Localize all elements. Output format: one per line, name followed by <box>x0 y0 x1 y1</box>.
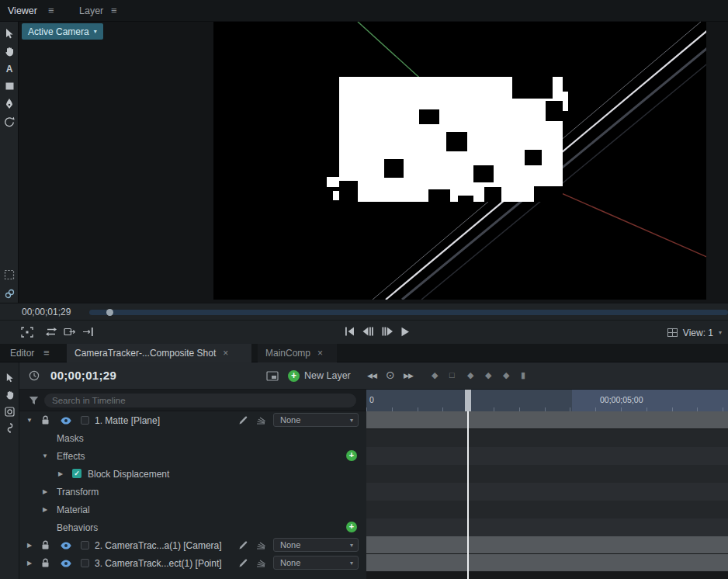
lock-icon[interactable] <box>41 540 50 550</box>
pencil-edit-icon[interactable] <box>238 558 248 568</box>
group-row-material[interactable]: ▶ Material <box>19 501 366 518</box>
viewer-scrubber[interactable] <box>89 310 728 315</box>
layer-menu-icon[interactable]: ≡ <box>111 0 117 22</box>
layer-row-camera[interactable]: ▶ 2. CameraTrac...a(1) [Camera] None ▾ <box>19 536 366 554</box>
group-label[interactable]: Material <box>57 504 90 515</box>
expand-toggle-icon[interactable]: ▼ <box>41 452 49 459</box>
view-layout-select[interactable]: View: 1 ▾ <box>667 321 722 345</box>
group-row-behaviors[interactable]: Behaviors + <box>19 518 366 536</box>
eye-visibility-icon[interactable] <box>60 560 72 567</box>
next-frame-button[interactable] <box>382 327 394 336</box>
blend-mode-select[interactable]: None ▾ <box>273 556 359 570</box>
add-effect-button[interactable]: + <box>346 450 357 461</box>
effect-enabled-checkbox[interactable]: ✓ <box>72 469 81 478</box>
timeline-clip-camera[interactable] <box>366 536 728 553</box>
fit-to-view-icon[interactable] <box>21 327 33 338</box>
keyframe-tool-icon[interactable]: ◆ <box>485 370 491 380</box>
group-row-effects[interactable]: ▼ Effects + <box>19 447 366 465</box>
next-keyframe-button[interactable]: ▶▶ <box>404 372 413 380</box>
tab-layer[interactable]: Layer <box>79 0 103 22</box>
layer-label[interactable]: 1. Matte [Plane] <box>95 415 160 426</box>
motion-blur-icon[interactable] <box>256 541 266 550</box>
search-input[interactable] <box>44 394 356 407</box>
motion-blur-icon[interactable] <box>256 416 266 425</box>
pen-tool-icon[interactable] <box>0 95 19 113</box>
previous-keyframe-button[interactable]: ◀◀ <box>367 372 376 380</box>
keyframe-tool-icon[interactable]: ◆ <box>503 370 509 380</box>
layer-row-point[interactable]: ▶ 3. CameraTrack...ect(1) [Point] None ▾ <box>19 554 366 572</box>
expand-toggle-icon[interactable]: ▶ <box>41 488 49 495</box>
lock-icon[interactable] <box>41 415 50 425</box>
keyframe-tool-icon[interactable]: ◆ <box>432 370 438 380</box>
group-label[interactable]: Behaviors <box>57 522 98 533</box>
layer-solo-checkbox[interactable] <box>81 559 89 567</box>
close-icon[interactable]: × <box>223 348 228 359</box>
select-tool-icon[interactable] <box>0 369 19 386</box>
group-label[interactable]: Effects <box>57 451 85 462</box>
editor-timecode-field[interactable]: 00;00;01;29 <box>50 369 116 382</box>
playhead-handle[interactable] <box>465 390 471 411</box>
export-frame-icon[interactable] <box>64 327 76 337</box>
keyframe-tool-icon[interactable]: ◆ <box>467 370 473 380</box>
expand-toggle-icon[interactable]: ▶ <box>26 542 33 549</box>
pencil-edit-icon[interactable] <box>238 415 248 425</box>
group-row-masks[interactable]: Masks <box>19 429 366 447</box>
pencil-edit-icon[interactable] <box>238 540 248 550</box>
editor-menu-icon[interactable]: ≡ <box>43 342 50 364</box>
select-tool-icon[interactable] <box>0 25 19 42</box>
push-to-export-icon[interactable] <box>82 327 94 337</box>
tab-viewer[interactable]: Viewer <box>8 0 37 22</box>
tab-maincomp[interactable]: MainComp × <box>258 344 337 362</box>
timeline-clip-matte[interactable] <box>366 411 728 428</box>
expand-toggle-icon[interactable]: ▼ <box>26 417 33 424</box>
layer-row-matte[interactable]: ▼ 1. Matte [Plane] None ▾ <box>19 411 366 429</box>
layer-label[interactable]: 2. CameraTrac...a(1) [Camera] <box>95 540 222 551</box>
expand-toggle-icon[interactable]: ▶ <box>41 506 49 513</box>
eye-visibility-icon[interactable] <box>60 417 72 425</box>
add-behavior-button[interactable]: + <box>346 522 357 532</box>
parent-hook-icon[interactable] <box>0 420 19 437</box>
go-to-start-button[interactable] <box>345 327 355 336</box>
group-label[interactable]: Transform <box>57 487 99 498</box>
playhead-line[interactable] <box>467 390 469 579</box>
text-tool-icon[interactable]: A <box>0 61 19 78</box>
filter-funnel-icon[interactable] <box>29 396 39 405</box>
chain-link-icon[interactable] <box>0 285 19 302</box>
mask-tool-icon[interactable] <box>0 403 19 420</box>
add-keyframe-button[interactable]: ⊙ <box>386 369 395 381</box>
viewer-scrubber-handle[interactable] <box>106 309 113 316</box>
expand-toggle-icon[interactable]: ▶ <box>26 560 33 567</box>
effect-label[interactable]: Block Displacement <box>88 469 169 480</box>
eye-visibility-icon[interactable] <box>60 542 72 550</box>
group-row-transform[interactable]: ▶ Transform <box>19 483 366 501</box>
hand-tool-icon[interactable] <box>0 43 19 60</box>
layer-solo-checkbox[interactable] <box>81 416 89 425</box>
loop-playback-icon[interactable] <box>45 327 57 337</box>
keyframe-tool-icon[interactable]: ▮ <box>521 370 525 380</box>
play-button[interactable] <box>400 327 410 337</box>
tab-composite-shot[interactable]: CameraTracker-...Composite Shot × <box>67 344 251 362</box>
new-layer-plus-icon[interactable]: + <box>288 370 300 382</box>
viewer-menu-icon[interactable]: ≡ <box>48 0 54 22</box>
layer-solo-checkbox[interactable] <box>81 541 89 550</box>
layer-label[interactable]: 3. CameraTrack...ect(1) [Point] <box>95 558 222 569</box>
blend-mode-select[interactable]: None ▾ <box>273 538 359 552</box>
lock-icon[interactable] <box>41 558 50 568</box>
motion-blur-icon[interactable] <box>256 559 266 568</box>
keyframe-tool-icon[interactable]: □ <box>449 370 455 380</box>
previous-frame-button[interactable] <box>362 327 374 336</box>
time-reverse-tool-icon[interactable] <box>0 113 19 130</box>
timeline-clip-point[interactable] <box>366 554 728 571</box>
effect-row-block-displacement[interactable]: ▶ ✓ Block Displacement <box>19 465 366 483</box>
expand-toggle-icon[interactable]: ▶ <box>57 470 64 477</box>
new-layer-button[interactable]: New Layer <box>304 370 351 381</box>
blend-mode-select[interactable]: None ▾ <box>273 413 359 427</box>
editor-menu[interactable]: Editor <box>10 342 34 364</box>
close-icon[interactable]: × <box>317 348 323 359</box>
group-label[interactable]: Masks <box>57 433 84 444</box>
camera-select-dropdown[interactable]: Active Camera ▾ <box>22 23 103 40</box>
timeline-ruler[interactable]: 0 00;00;05;00 <box>366 390 728 411</box>
shape-tool-icon[interactable] <box>0 78 19 95</box>
pip-frame-icon[interactable] <box>266 371 279 381</box>
marquee-select-icon[interactable] <box>0 266 19 283</box>
